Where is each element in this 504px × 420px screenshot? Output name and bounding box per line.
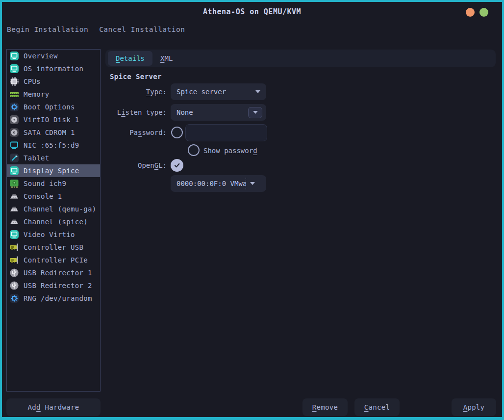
- password-input[interactable]: [185, 124, 267, 141]
- sidebar-item-label: Channel (spice): [24, 218, 88, 226]
- cancel-button[interactable]: Cancel: [354, 398, 400, 416]
- sidebar-item-os-information[interactable]: OS information: [7, 62, 100, 75]
- sidebar-item-label: Controller USB: [24, 243, 83, 251]
- display-icon: [9, 166, 19, 176]
- sidebar-item-label: SATA CDROM 1: [24, 129, 75, 136]
- usb-icon: [9, 268, 19, 278]
- sidebar-item-label: Controller PCIe: [24, 256, 88, 264]
- usb-icon: [9, 281, 19, 290]
- opengl-label: OpenGL:: [105, 157, 167, 174]
- sidebar-item-overview[interactable]: Overview: [7, 50, 100, 62]
- sidebar-item-boot-options[interactable]: Boot Options: [7, 101, 100, 113]
- tablet-icon: [9, 153, 19, 163]
- sidebar-item-label: Channel (qemu-ga): [24, 205, 96, 213]
- type-dropdown[interactable]: Spice server: [171, 83, 266, 100]
- sidebar-item-label: Sound ich9: [24, 180, 66, 187]
- sidebar-item-controller-pcie[interactable]: Controller PCIe: [7, 254, 100, 266]
- sidebar-item-rng-dev-urandom[interactable]: RNG /dev/urandom: [7, 292, 100, 305]
- chevron-down-icon: [253, 111, 258, 114]
- window-control-green[interactable]: [479, 8, 488, 17]
- sidebar-item-channel-qemu-ga[interactable]: Channel (qemu-ga): [7, 203, 100, 215]
- tab-bar: Details XML: [105, 50, 496, 67]
- display-icon: [9, 64, 19, 74]
- tab-xml[interactable]: XML: [152, 51, 180, 66]
- titlebar: Athena-OS on QEMU/KVM: [2, 2, 502, 22]
- window-title: Athena-OS on QEMU/KVM: [2, 2, 502, 22]
- sidebar-item-controller-usb[interactable]: Controller USB: [7, 241, 100, 254]
- opengl-device-value: 0000:00:0F:0 VMwa: [176, 180, 246, 187]
- gear-icon: [9, 293, 19, 303]
- memory-icon: [9, 89, 19, 99]
- password-checkbox[interactable]: [171, 127, 183, 138]
- sidebar-item-console-1[interactable]: Console 1: [7, 190, 100, 203]
- sidebar-item-channel-spice[interactable]: Channel (spice): [7, 215, 100, 228]
- serial-icon: [9, 191, 19, 201]
- hardware-list: OverviewOS informationCPUsMemoryBoot Opt…: [6, 49, 101, 392]
- chevron-down-icon: [250, 182, 255, 185]
- sidebar-item-label: Video Virtio: [24, 231, 75, 238]
- sidebar-item-usb-redirector-1[interactable]: USB Redirector 1: [7, 266, 100, 279]
- controller-icon: [9, 242, 19, 252]
- sidebar-item-label: NIC :65:f5:d9: [24, 141, 79, 149]
- type-label: Type:: [105, 83, 167, 100]
- sidebar-item-label: Overview: [24, 52, 58, 60]
- listen-type-value: None: [176, 108, 248, 116]
- sidebar-item-label: Console 1: [24, 192, 62, 200]
- serial-icon: [9, 217, 19, 227]
- cpu-icon: [9, 77, 19, 86]
- toolbar: Begin Installation Cancel Installation: [7, 26, 185, 33]
- sidebar-item-video-virtio[interactable]: Video Virtio: [7, 228, 100, 241]
- sidebar-item-nic-65-f5-d9[interactable]: NIC :65:f5:d9: [7, 139, 100, 152]
- disk-icon: [9, 115, 19, 125]
- sidebar-item-cpus[interactable]: CPUs: [7, 75, 100, 88]
- show-password-label: Show password: [203, 147, 257, 155]
- dropdown-arrow-button[interactable]: [248, 107, 262, 118]
- display-icon: [9, 51, 19, 61]
- sidebar-item-label: Boot Options: [24, 103, 75, 111]
- listen-type-dropdown[interactable]: None: [171, 104, 266, 121]
- sound-icon: [9, 179, 19, 188]
- sidebar-item-label: Memory: [24, 90, 49, 98]
- tab-details[interactable]: Details: [108, 51, 152, 66]
- remove-button[interactable]: Remove: [302, 398, 348, 416]
- nic-icon: [9, 140, 19, 150]
- sidebar-item-label: CPUs: [24, 78, 41, 85]
- password-label: Password:: [105, 124, 167, 141]
- display-icon: [9, 230, 19, 239]
- sidebar-item-display-spice[interactable]: Display Spice: [7, 164, 100, 177]
- sidebar-item-memory[interactable]: Memory: [7, 88, 100, 101]
- listen-type-label: Listen type:: [105, 104, 167, 121]
- sidebar-item-label: Tablet: [24, 154, 49, 162]
- gear-icon: [9, 102, 19, 112]
- vm-details-window: Athena-OS on QEMU/KVM Begin Installation…: [0, 0, 504, 420]
- sidebar-item-label: VirtIO Disk 1: [24, 116, 79, 124]
- begin-installation-button[interactable]: Begin Installation: [7, 26, 88, 33]
- sidebar-item-sata-cdrom-1[interactable]: SATA CDROM 1: [7, 126, 100, 139]
- sidebar-item-tablet[interactable]: Tablet: [7, 152, 100, 164]
- sidebar-item-sound-ich9[interactable]: Sound ich9: [7, 177, 100, 190]
- cancel-installation-button[interactable]: Cancel Installation: [99, 26, 185, 33]
- controller-icon: [9, 255, 19, 265]
- sidebar-item-label: Display Spice: [24, 167, 79, 175]
- details-panel: Details XML Spice Server Type: Spice ser…: [105, 50, 496, 388]
- serial-icon: [9, 204, 19, 214]
- cdrom-icon: [9, 128, 19, 137]
- sidebar-item-label: OS information: [24, 65, 83, 73]
- opengl-device-dropdown[interactable]: 0000:00:0F:0 VMwa: [171, 175, 266, 192]
- show-password-checkbox[interactable]: [188, 144, 200, 156]
- sidebar-item-label: USB Redirector 2: [24, 282, 92, 289]
- add-hardware-button[interactable]: Add Hardware: [6, 398, 101, 416]
- section-heading: Spice Server: [110, 73, 162, 80]
- window-control-orange[interactable]: [466, 8, 475, 17]
- sidebar-item-virtio-disk-1[interactable]: VirtIO Disk 1: [7, 113, 100, 126]
- truncation-divider: [246, 178, 246, 189]
- sidebar-item-label: RNG /dev/urandom: [24, 294, 92, 302]
- apply-button[interactable]: Apply: [452, 398, 496, 416]
- sidebar-item-usb-redirector-2[interactable]: USB Redirector 2: [7, 279, 100, 292]
- opengl-checkbox[interactable]: [171, 159, 183, 172]
- chevron-down-icon: [255, 90, 260, 93]
- type-value: Spice server: [176, 88, 255, 96]
- sidebar-item-label: USB Redirector 1: [24, 269, 92, 277]
